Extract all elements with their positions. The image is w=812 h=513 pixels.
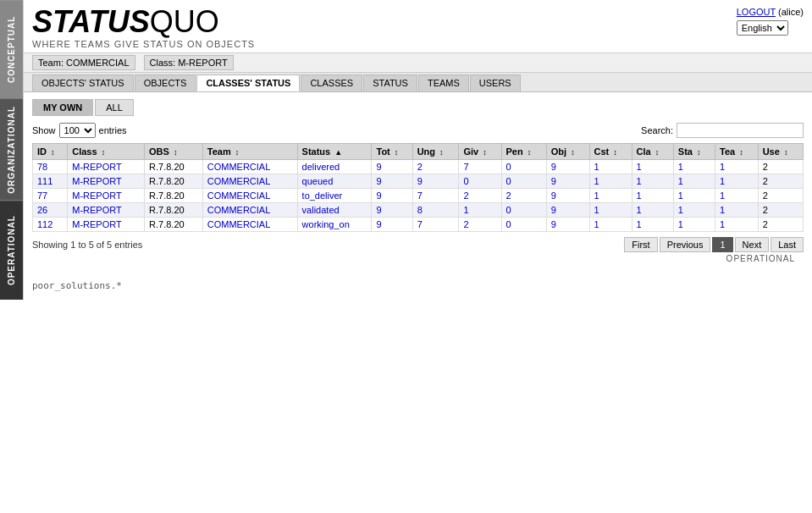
col-class[interactable]: Class ↕ bbox=[68, 144, 145, 160]
table-cell[interactable]: 9 bbox=[546, 203, 589, 218]
tab-classes-status[interactable]: CLASSES' STATUS bbox=[196, 74, 300, 91]
table-cell[interactable]: 1 bbox=[673, 174, 715, 189]
logout-link[interactable]: LOGOUT bbox=[737, 7, 776, 17]
col-sta[interactable]: Sta ↕ bbox=[673, 144, 715, 160]
tab-users[interactable]: USERS bbox=[470, 74, 521, 91]
table-cell[interactable]: 112 bbox=[33, 218, 68, 232]
table-cell[interactable]: 1 bbox=[715, 203, 759, 218]
table-cell[interactable]: 1 bbox=[715, 174, 759, 189]
table-cell[interactable]: 2 bbox=[501, 189, 546, 203]
table-cell[interactable]: 1 bbox=[632, 174, 673, 189]
table-cell[interactable]: queued bbox=[297, 174, 372, 189]
table-cell[interactable]: 0 bbox=[459, 174, 501, 189]
table-cell[interactable]: 1 bbox=[589, 174, 632, 189]
table-cell[interactable]: M-REPORT bbox=[68, 203, 145, 218]
btn-first[interactable]: First bbox=[624, 237, 657, 252]
table-cell[interactable]: COMMERCIAL bbox=[202, 218, 297, 232]
table-cell[interactable]: 1 bbox=[632, 189, 673, 203]
table-cell[interactable]: 9 bbox=[412, 174, 459, 189]
table-cell[interactable]: 77 bbox=[33, 189, 68, 203]
tab-teams[interactable]: TEAMS bbox=[418, 74, 469, 91]
table-cell[interactable]: working_on bbox=[297, 218, 372, 232]
table-cell[interactable]: 9 bbox=[546, 174, 589, 189]
table-cell[interactable]: 1 bbox=[715, 160, 759, 174]
table-cell[interactable]: COMMERCIAL bbox=[202, 189, 297, 203]
tab-objects-status[interactable]: OBJECTS' STATUS bbox=[32, 74, 134, 91]
table-cell[interactable]: M-REPORT bbox=[68, 160, 145, 174]
table-cell[interactable]: 7 bbox=[412, 218, 459, 232]
table-cell[interactable]: 1 bbox=[589, 203, 632, 218]
table-cell[interactable]: 1 bbox=[715, 189, 759, 203]
table-cell[interactable]: 9 bbox=[372, 189, 412, 203]
tab-classes[interactable]: CLASSES bbox=[301, 74, 362, 91]
table-cell[interactable]: 9 bbox=[546, 160, 589, 174]
language-dropdown[interactable]: English bbox=[737, 20, 788, 36]
table-cell[interactable]: 9 bbox=[372, 218, 412, 232]
table-cell[interactable]: 1 bbox=[673, 203, 715, 218]
col-pen[interactable]: Pen ↕ bbox=[501, 144, 546, 160]
tab-objects[interactable]: OBJECTS bbox=[135, 74, 196, 91]
table-cell[interactable]: 1 bbox=[459, 203, 501, 218]
table-cell[interactable]: to_deliver bbox=[297, 189, 372, 203]
table-cell[interactable]: 7 bbox=[412, 189, 459, 203]
table-cell[interactable]: 2 bbox=[459, 189, 501, 203]
table-cell[interactable]: M-REPORT bbox=[68, 218, 145, 232]
table-cell[interactable]: 78 bbox=[33, 160, 68, 174]
col-use[interactable]: Use ↕ bbox=[758, 144, 803, 160]
col-ung[interactable]: Ung ↕ bbox=[412, 144, 459, 160]
table-cell[interactable]: 0 bbox=[501, 203, 546, 218]
table-cell[interactable]: validated bbox=[297, 203, 372, 218]
table-cell[interactable]: 26 bbox=[33, 203, 68, 218]
table-cell[interactable]: 1 bbox=[632, 203, 673, 218]
table-cell[interactable]: 9 bbox=[372, 174, 412, 189]
table-cell[interactable]: 1 bbox=[589, 160, 632, 174]
subtab-my-own[interactable]: MY OWN bbox=[32, 99, 93, 116]
table-cell[interactable]: 1 bbox=[673, 189, 715, 203]
table-cell[interactable]: 9 bbox=[546, 189, 589, 203]
table-cell[interactable]: 8 bbox=[412, 203, 459, 218]
table-cell[interactable]: 1 bbox=[632, 160, 673, 174]
col-tea[interactable]: Tea ↕ bbox=[715, 144, 759, 160]
table-cell[interactable]: COMMERCIAL bbox=[202, 203, 297, 218]
table-cell[interactable]: 1 bbox=[589, 189, 632, 203]
table-cell[interactable]: 1 bbox=[673, 218, 715, 232]
table-cell[interactable]: 9 bbox=[372, 160, 412, 174]
col-cla[interactable]: Cla ↕ bbox=[632, 144, 673, 160]
search-input[interactable] bbox=[677, 123, 804, 138]
table-cell[interactable]: 0 bbox=[501, 160, 546, 174]
entries-select[interactable]: 100 25 50 bbox=[59, 123, 96, 138]
col-tot[interactable]: Tot ↕ bbox=[372, 144, 412, 160]
table-cell[interactable]: 1 bbox=[632, 218, 673, 232]
table-cell: 2 bbox=[758, 203, 803, 218]
col-obs[interactable]: OBS ↕ bbox=[145, 144, 203, 160]
table-cell[interactable]: 7 bbox=[459, 160, 501, 174]
table-cell[interactable]: 9 bbox=[372, 203, 412, 218]
table-cell[interactable]: 1 bbox=[715, 218, 759, 232]
col-cst[interactable]: Cst ↕ bbox=[589, 144, 632, 160]
table-cell[interactable]: M-REPORT bbox=[68, 189, 145, 203]
table-cell[interactable]: 0 bbox=[501, 218, 546, 232]
tab-status[interactable]: STATUS bbox=[363, 74, 417, 91]
col-giv[interactable]: Giv ↕ bbox=[459, 144, 501, 160]
table-cell[interactable]: COMMERCIAL bbox=[202, 174, 297, 189]
col-id[interactable]: ID ↕ bbox=[33, 144, 68, 160]
table-cell[interactable]: 2 bbox=[459, 218, 501, 232]
btn-next[interactable]: Next bbox=[735, 237, 770, 252]
subtab-all[interactable]: ALL bbox=[95, 99, 134, 116]
table-cell[interactable]: 1 bbox=[589, 218, 632, 232]
table-cell[interactable]: COMMERCIAL bbox=[202, 160, 297, 174]
btn-page-1[interactable]: 1 bbox=[712, 237, 732, 252]
col-team[interactable]: Team ↕ bbox=[202, 144, 297, 160]
btn-previous[interactable]: Previous bbox=[660, 237, 711, 252]
table-cell[interactable]: 111 bbox=[33, 174, 68, 189]
col-status[interactable]: Status ▲ bbox=[297, 144, 372, 160]
table-cell[interactable]: 1 bbox=[673, 160, 715, 174]
btn-last[interactable]: Last bbox=[771, 237, 804, 252]
table-cell[interactable]: 9 bbox=[546, 218, 589, 232]
col-obj[interactable]: Obj ↕ bbox=[546, 144, 589, 160]
table-cell[interactable]: 0 bbox=[501, 174, 546, 189]
table-cell[interactable]: M-REPORT bbox=[68, 174, 145, 189]
language-selector[interactable]: English bbox=[737, 20, 804, 36]
table-cell[interactable]: 2 bbox=[412, 160, 459, 174]
table-cell[interactable]: delivered bbox=[297, 160, 372, 174]
